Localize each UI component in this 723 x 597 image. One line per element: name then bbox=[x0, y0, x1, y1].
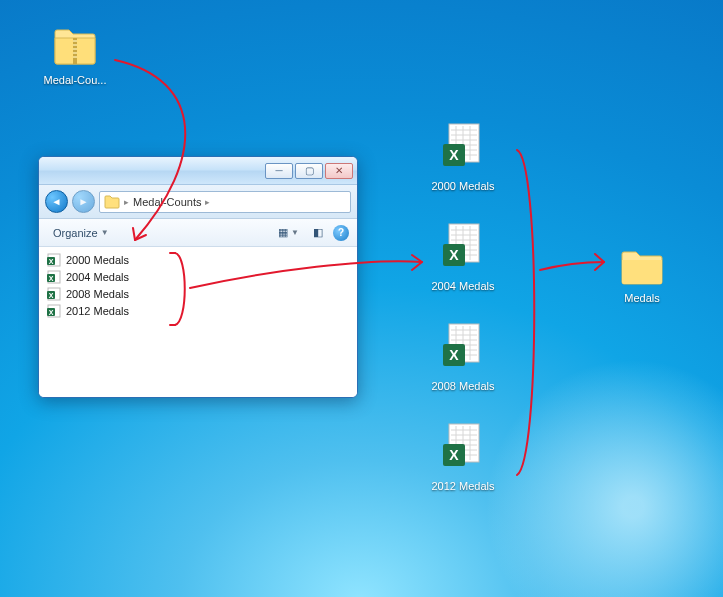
svg-rect-1 bbox=[73, 40, 77, 42]
desktop-excel-2004[interactable]: X 2004 Medals bbox=[423, 222, 503, 294]
preview-pane-button[interactable]: ◧ bbox=[309, 224, 327, 241]
file-name: 2012 Medals bbox=[66, 305, 129, 317]
desktop-excel-label: 2000 Medals bbox=[430, 179, 497, 194]
organize-button[interactable]: Organize ▼ bbox=[47, 225, 115, 241]
explorer-window[interactable]: ─ ▢ ✕ ◄ ► ▸ Medal-Counts ▸ Organize ▼ ▦ … bbox=[38, 156, 358, 398]
svg-rect-2 bbox=[73, 44, 77, 46]
file-name: 2000 Medals bbox=[66, 254, 129, 266]
svg-text:X: X bbox=[449, 247, 459, 263]
title-bar[interactable]: ─ ▢ ✕ bbox=[39, 157, 357, 185]
desktop-folder-label: Medals bbox=[622, 291, 661, 306]
excel-file-icon: X bbox=[47, 287, 61, 301]
file-name: 2004 Medals bbox=[66, 271, 129, 283]
toolbar: Organize ▼ ▦ ▼ ◧ ? bbox=[39, 219, 357, 247]
svg-text:X: X bbox=[49, 275, 54, 282]
nav-bar: ◄ ► ▸ Medal-Counts ▸ bbox=[39, 185, 357, 219]
file-item[interactable]: X 2000 Medals bbox=[45, 251, 351, 268]
address-bar[interactable]: ▸ Medal-Counts ▸ bbox=[99, 191, 351, 213]
desktop-excel-2000[interactable]: X 2000 Medals bbox=[423, 122, 503, 194]
desktop-excel-2008[interactable]: X 2008 Medals bbox=[423, 322, 503, 394]
nav-forward-button[interactable]: ► bbox=[72, 190, 95, 213]
zip-folder-icon bbox=[51, 22, 99, 70]
desktop-zip-icon[interactable]: Medal-Cou... bbox=[35, 22, 115, 88]
file-name: 2008 Medals bbox=[66, 288, 129, 300]
file-item[interactable]: X 2004 Medals bbox=[45, 268, 351, 285]
svg-text:X: X bbox=[449, 147, 459, 163]
svg-rect-4 bbox=[73, 52, 77, 54]
excel-file-icon: X bbox=[439, 122, 487, 176]
close-button[interactable]: ✕ bbox=[325, 163, 353, 179]
breadcrumb-separator: ▸ bbox=[124, 197, 129, 207]
desktop-excel-label: 2012 Medals bbox=[430, 479, 497, 494]
desktop-excel-label: 2008 Medals bbox=[430, 379, 497, 394]
view-icon: ▦ bbox=[278, 226, 288, 239]
excel-file-icon: X bbox=[439, 422, 487, 476]
file-item[interactable]: X 2012 Medals bbox=[45, 302, 351, 319]
excel-file-icon: X bbox=[439, 222, 487, 276]
maximize-button[interactable]: ▢ bbox=[295, 163, 323, 179]
breadcrumb-current: Medal-Counts bbox=[133, 196, 201, 208]
nav-back-button[interactable]: ◄ bbox=[45, 190, 68, 213]
svg-text:X: X bbox=[49, 292, 54, 299]
file-item[interactable]: X 2008 Medals bbox=[45, 285, 351, 302]
svg-text:X: X bbox=[449, 447, 459, 463]
desktop-zip-label: Medal-Cou... bbox=[42, 73, 109, 88]
excel-file-icon: X bbox=[47, 253, 61, 267]
svg-text:X: X bbox=[49, 309, 54, 316]
excel-file-icon: X bbox=[439, 322, 487, 376]
file-list: X 2000 Medals X 2004 Medals X 2008 Medal… bbox=[39, 247, 357, 397]
pane-icon: ◧ bbox=[313, 226, 323, 239]
minimize-button[interactable]: ─ bbox=[265, 163, 293, 179]
svg-text:X: X bbox=[449, 347, 459, 363]
desktop-folder-medals[interactable]: Medals bbox=[602, 248, 682, 306]
chevron-down-icon: ▼ bbox=[291, 228, 299, 237]
help-button[interactable]: ? bbox=[333, 225, 349, 241]
desktop-excel-label: 2004 Medals bbox=[430, 279, 497, 294]
desktop-excel-2012[interactable]: X 2012 Medals bbox=[423, 422, 503, 494]
organize-label: Organize bbox=[53, 227, 98, 239]
view-button[interactable]: ▦ ▼ bbox=[274, 224, 303, 241]
folder-icon bbox=[618, 248, 666, 288]
svg-text:X: X bbox=[49, 258, 54, 265]
excel-file-icon: X bbox=[47, 270, 61, 284]
excel-file-icon: X bbox=[47, 304, 61, 318]
chevron-down-icon: ▼ bbox=[101, 228, 109, 237]
svg-rect-5 bbox=[73, 56, 77, 58]
breadcrumb-separator: ▸ bbox=[205, 197, 210, 207]
folder-icon bbox=[104, 195, 120, 209]
svg-rect-3 bbox=[73, 48, 77, 50]
